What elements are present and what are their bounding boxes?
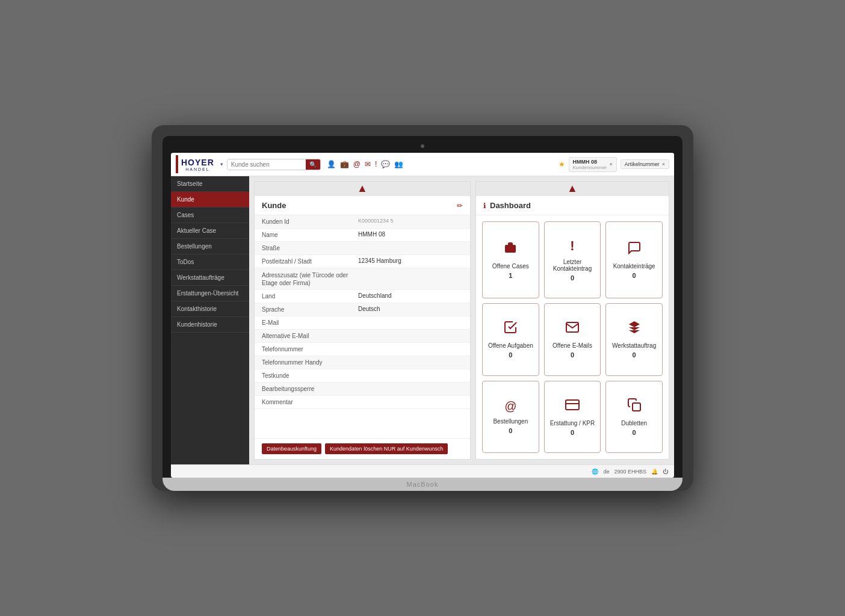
main-content: Startseite Kunde Cases Aktueller Case Be	[171, 176, 674, 464]
card-count-werkstatt: 0	[633, 351, 636, 359]
tab-hmmh-label: HMMH 08	[573, 159, 607, 165]
field-value-id: K000001234 5	[358, 218, 463, 224]
card-label-aufgaben: Offene Aufgaben	[488, 342, 533, 349]
form-row-name: Name HMMH 08	[255, 229, 470, 242]
sidebar-item-aktueller-case[interactable]: Aktueller Case	[171, 223, 249, 239]
svg-rect-1	[566, 400, 579, 410]
edit-icon[interactable]: ✏	[457, 202, 463, 210]
field-label-alt-email: Alternative E-Mail	[262, 332, 358, 339]
card-letzter-kontakt[interactable]: ! Letzter Kontakteintrag 0	[544, 221, 601, 298]
dashboard-panel: ▲ ℹ Dashboard	[475, 181, 669, 460]
tab-artikel-close[interactable]: ×	[662, 161, 665, 167]
card-label-werkstatt: Werkstattauftrag	[612, 342, 656, 349]
form-row-kommentar: Kommentar	[255, 396, 470, 409]
logo-area: HOYER HANDEL	[176, 155, 214, 173]
power-icon[interactable]: ⏻	[663, 469, 668, 475]
form-row-email: E-Mail	[255, 316, 470, 330]
at-icon[interactable]: @	[353, 160, 361, 168]
card-label-kontakteintraege: Kontakteinträge	[613, 263, 655, 270]
card-count-kontakt: 0	[571, 274, 574, 282]
star-icon[interactable]: ★	[559, 160, 565, 168]
card-label-emails: Offene E-Mails	[552, 342, 592, 349]
kunde-panel-header: Kunde ✏	[255, 196, 470, 215]
field-label-email: E-Mail	[262, 319, 358, 326]
card-dubletten[interactable]: Dubletten 0	[605, 381, 663, 453]
globe-icon: 🌐	[592, 469, 598, 475]
card-icon-kontakteintraege	[627, 241, 642, 258]
search-button[interactable]: 🔍	[306, 159, 320, 170]
sidebar-item-kundenhistorie[interactable]: Kundenhistorie	[171, 317, 249, 333]
dashboard-grid: Offene Cases 1 ! Letzter Kontakteintrag …	[476, 215, 669, 459]
form-row-land: Land Deutschland	[255, 290, 470, 303]
field-label-kommentar: Kommentar	[262, 398, 358, 405]
form-row-handy: Telefonnummer Handy	[255, 356, 470, 369]
chat-icon[interactable]: 💬	[381, 160, 390, 168]
tab-hmmh[interactable]: HMMH 08 Kundennummer ×	[569, 157, 617, 172]
topbar: HOYER HANDEL ▾ 🔍 👤 💼 @ ✉ !	[171, 153, 674, 176]
card-count-aufgaben: 0	[509, 351, 512, 359]
field-label-land: Land	[262, 292, 358, 300]
field-label-plz: Postleitzahl / Stadt	[262, 257, 358, 265]
tab-hmmh-sublabel: Kundennummer	[573, 165, 607, 170]
tab-hmmh-close[interactable]: ×	[609, 161, 612, 167]
card-werkstatt[interactable]: Werkstattauftrag 0	[605, 303, 663, 375]
kundendaten-loeschen-button[interactable]: Kundendaten löschen NUR auf Kundenwunsch	[325, 443, 448, 454]
card-label-kontakt: Letzter Kontakteintrag	[549, 259, 596, 272]
sidebar-item-cases[interactable]: Cases	[171, 208, 249, 223]
datenbeauskunftung-button[interactable]: Datenbeauskunftung	[262, 443, 321, 454]
card-icon-dubletten	[627, 398, 642, 415]
field-label-adresszusatz: Adresszusatz (wie Türcode oder Etage ode…	[262, 271, 358, 287]
card-label-bestellungen: Bestellungen	[493, 418, 528, 425]
sidebar-item-erstattungen[interactable]: Erstattungen-Übersicht	[171, 286, 249, 301]
info-icon: ℹ	[483, 202, 486, 210]
bottom-bar: 🌐 de 2900 EHHBS 🔔 ⏻	[171, 464, 674, 478]
sidebar-item-kontakthistorie[interactable]: Kontakthistorie	[171, 301, 249, 317]
bell-icon[interactable]: 🔔	[651, 469, 658, 475]
field-label-strasse: Straße	[262, 244, 358, 251]
card-bestellungen[interactable]: @ Bestellungen 0	[482, 381, 539, 453]
card-icon-erstattung	[565, 398, 580, 415]
card-count-dubletten: 0	[633, 429, 636, 436]
sidebar-item-werkstattauftraege[interactable]: Werkstattaufträge	[171, 270, 249, 286]
kunde-form-table: Kunden Id K000001234 5 Name HMMH 08 Stra…	[255, 215, 470, 438]
field-label-bearbeitung: Bearbeitungssperre	[262, 385, 358, 392]
sidebar-item-bestellungen[interactable]: Bestellungen	[171, 239, 249, 254]
card-icon-bestellungen: @	[504, 399, 516, 413]
form-row-strasse: Straße	[255, 242, 470, 255]
person-icon[interactable]: 👤	[327, 160, 336, 168]
language-label: de	[603, 469, 609, 475]
mail-icon[interactable]: ✉	[365, 160, 371, 168]
field-label-testkunde: Testkunde	[262, 372, 358, 379]
card-offene-aufgaben[interactable]: Offene Aufgaben 0	[482, 303, 539, 375]
kunde-chevron-up[interactable]: ▲	[357, 182, 368, 195]
sidebar-item-todos[interactable]: ToDos	[171, 254, 249, 270]
tab-artikel[interactable]: Artikelnummer ×	[621, 159, 669, 169]
sidebar-item-kunde[interactable]: Kunde	[171, 192, 249, 208]
topbar-icons: 👤 💼 @ ✉ ! 💬 👥	[327, 160, 404, 168]
card-count-kontakteintraege: 0	[633, 272, 636, 279]
briefcase-icon[interactable]: 💼	[340, 160, 349, 168]
card-kontakteintraege[interactable]: Kontakteinträge 0	[605, 221, 663, 298]
card-offene-cases[interactable]: Offene Cases 1	[482, 221, 539, 298]
sidebar-item-startseite[interactable]: Startseite	[171, 176, 249, 192]
form-row-bearbeitung: Bearbeitungssperre	[255, 383, 470, 396]
field-label-tel: Telefonnummer	[262, 345, 358, 353]
content-area: ▲ Kunde ✏ Kunden Id K000001234 5	[249, 176, 674, 464]
card-offene-emails[interactable]: Offene E-Mails 0	[544, 303, 601, 375]
card-icon-cases	[503, 241, 518, 258]
card-icon-aufgaben	[503, 320, 518, 337]
alert-icon[interactable]: !	[375, 160, 377, 168]
card-erstattung[interactable]: Erstattung / KPR 0	[544, 381, 601, 453]
dashboard-chevron-up[interactable]: ▲	[567, 182, 578, 195]
users-icon[interactable]: 👥	[394, 160, 403, 168]
search-input[interactable]	[228, 159, 306, 170]
card-count-bestellungen: 0	[509, 427, 512, 434]
field-value-plz: 12345 Hamburg	[358, 257, 463, 264]
dropdown-arrow[interactable]: ▾	[220, 161, 223, 167]
card-icon-kontakt: !	[570, 238, 574, 254]
kunde-panel: ▲ Kunde ✏ Kunden Id K000001234 5	[254, 181, 471, 460]
topbar-right: ★ HMMH 08 Kundennummer × Artikelnummer	[559, 157, 669, 172]
card-count-cases: 1	[509, 272, 512, 279]
form-row-adresszusatz: Adresszusatz (wie Türcode oder Etage ode…	[255, 268, 470, 290]
form-row-sprache: Sprache Deutsch	[255, 303, 470, 316]
